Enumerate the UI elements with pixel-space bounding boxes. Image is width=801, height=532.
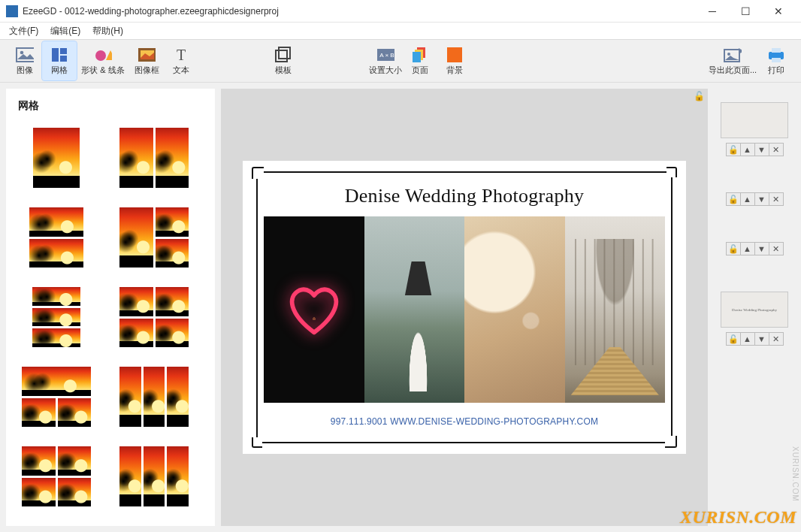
tool-text[interactable]: T 文本 [164, 41, 198, 80]
layout-3[interactable] [12, 203, 101, 272]
layout-5[interactable] [12, 283, 101, 352]
svg-rect-0 [17, 48, 34, 62]
layer-up[interactable]: ▲ [740, 242, 755, 255]
shapes-icon [94, 47, 112, 63]
text-icon: T [172, 47, 190, 63]
layer-lock[interactable]: 🔓 [726, 332, 741, 346]
print-icon [767, 47, 785, 63]
svg-point-1 [20, 50, 24, 54]
card-image-row [264, 216, 665, 403]
svg-rect-3 [60, 48, 67, 54]
canvas-wrap: 🔓 Denise Wedding Photography 997.111.900… [221, 89, 708, 526]
layer-down[interactable]: ▼ [754, 242, 769, 255]
card-image-church[interactable] [565, 216, 666, 403]
tool-frame[interactable]: 图像框 [129, 41, 164, 80]
svg-rect-2 [52, 48, 59, 62]
grid-icon [50, 47, 68, 63]
tool-shapes[interactable]: 形状 & 线条 [77, 41, 129, 80]
menu-help[interactable]: 帮助(H) [88, 23, 128, 39]
menu-edit[interactable]: 编辑(E) [46, 23, 85, 39]
layer-delete[interactable]: ✕ [769, 332, 784, 346]
layout-6[interactable] [110, 283, 198, 352]
tool-export[interactable]: 导出此页面... [706, 41, 759, 80]
maximize-button[interactable]: ☐ [729, 0, 762, 23]
layout-1[interactable] [12, 123, 101, 192]
layer-up[interactable]: ▲ [740, 332, 755, 346]
svg-rect-9 [279, 47, 290, 59]
close-button[interactable]: ✕ [762, 0, 795, 23]
tool-setsize[interactable]: A × B 设置大小 [368, 41, 403, 80]
layer-lock[interactable]: 🔓 [726, 192, 741, 206]
window-title: EzeeGD - 0012-wedding-photographer.ezeeg… [23, 6, 696, 17]
svg-point-18 [727, 53, 730, 56]
svg-rect-15 [413, 52, 421, 62]
layer-down[interactable]: ▼ [754, 143, 769, 156]
template-icon [274, 47, 292, 63]
tool-page[interactable]: 页面 [403, 41, 437, 80]
tool-template[interactable]: 模板 [266, 41, 301, 80]
layout-9[interactable] [12, 442, 101, 511]
sidebar-title: 网格 [6, 89, 215, 120]
background-icon [446, 47, 464, 63]
layer-down[interactable]: ▼ [754, 192, 769, 206]
svg-point-5 [95, 50, 106, 61]
card-contact[interactable]: 997.111.9001 WWW.DENISE-WEDDING-PHOTOGRA… [331, 416, 598, 427]
svg-rect-10 [276, 50, 287, 62]
layout-4[interactable] [110, 203, 198, 272]
setsize-icon: A × B [376, 47, 394, 63]
layer-down[interactable]: ▼ [754, 332, 769, 346]
layer-item[interactable]: 🔓 ▲ ▼ ✕ [714, 242, 795, 255]
layer-item[interactable]: 🔓 ▲ ▼ ✕ [714, 192, 795, 206]
svg-rect-16 [447, 47, 462, 62]
svg-rect-20 [772, 48, 781, 53]
grid-gallery[interactable] [6, 120, 215, 526]
layout-8[interactable] [110, 362, 198, 431]
layer-delete[interactable]: ✕ [769, 242, 784, 255]
layer-item[interactable]: 🔓 ▲ ▼ ✕ [714, 102, 795, 156]
tool-background[interactable]: 背景 [437, 41, 472, 80]
toolbar: 图像 网格 形状 & 线条 图像框 T 文本 模板 A × B 设置大小 [0, 39, 801, 83]
svg-text:A × B: A × B [379, 52, 394, 59]
tool-print[interactable]: 打印 [759, 41, 793, 80]
tool-grid[interactable]: 网格 [42, 41, 77, 80]
layer-item[interactable]: Denise Wedding Photography 🔓 ▲ ▼ ✕ [714, 292, 795, 346]
layer-delete[interactable]: ✕ [769, 143, 784, 156]
export-icon [724, 47, 742, 63]
watermark-side: XURISN.COM [791, 446, 799, 502]
layer-thumb[interactable] [721, 102, 788, 138]
layer-rail: 🔓 ▲ ▼ ✕ 🔓 ▲ ▼ ✕ 🔓 ▲ ▼ ✕ Denise Wedding [714, 89, 795, 526]
layer-up[interactable]: ▲ [740, 143, 755, 156]
layer-thumb-text[interactable]: Denise Wedding Photography [721, 292, 788, 328]
layout-2[interactable] [110, 123, 198, 192]
image-icon [16, 47, 34, 63]
layout-10[interactable] [110, 442, 198, 511]
layer-up[interactable]: ▲ [740, 192, 755, 206]
titlebar: EzeeGD - 0012-wedding-photographer.ezeeg… [0, 0, 801, 23]
lock-icon[interactable]: 🔓 [690, 87, 708, 105]
frame-icon [138, 47, 156, 63]
card-image-hands[interactable] [464, 216, 565, 403]
menu-file[interactable]: 文件(F) [5, 23, 43, 39]
card-image-heart[interactable] [264, 216, 364, 403]
layer-lock[interactable]: 🔓 [726, 143, 741, 156]
layout-7[interactable] [12, 362, 101, 431]
design-card[interactable]: Denise Wedding Photography 997.111.9001 … [243, 161, 686, 454]
tool-image[interactable]: 图像 [8, 41, 42, 80]
watermark-main: XURISN.COM [680, 507, 796, 527]
svg-rect-21 [772, 58, 781, 62]
layer-lock[interactable]: 🔓 [726, 242, 741, 255]
sidebar: 网格 [6, 89, 215, 526]
minimize-button[interactable]: ─ [696, 0, 729, 23]
svg-text:T: T [177, 47, 186, 62]
layer-delete[interactable]: ✕ [769, 192, 784, 206]
app-icon [6, 5, 18, 17]
svg-rect-4 [60, 56, 67, 62]
page-icon [411, 47, 429, 63]
menubar: 文件(F) 编辑(E) 帮助(H) [0, 23, 801, 39]
workspace: 网格 🔓 [0, 83, 801, 532]
card-image-couple[interactable] [364, 216, 465, 403]
card-title[interactable]: Denise Wedding Photography [345, 185, 585, 207]
